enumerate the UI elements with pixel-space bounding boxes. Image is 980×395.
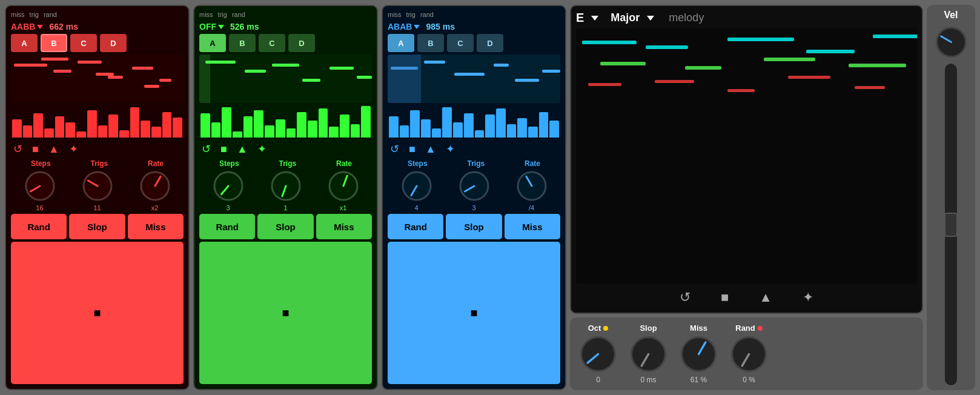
rate-val-green: x1: [340, 204, 347, 211]
pattern-name-blue: ABAB: [388, 22, 412, 32]
step-bars-red: [11, 105, 184, 139]
trig-label-red: trig: [30, 11, 39, 18]
step-bar: [173, 118, 182, 138]
rand-btn-blue[interactable]: Rand: [388, 214, 443, 239]
stop-row-red[interactable]: ■: [11, 242, 184, 384]
btn-a-red[interactable]: A: [11, 34, 38, 52]
btn-d-red[interactable]: D: [100, 34, 127, 52]
key-dropdown-arrow[interactable]: [591, 16, 598, 21]
btn-c-green[interactable]: C: [259, 34, 285, 52]
play-icon-red[interactable]: ▲: [48, 143, 59, 156]
steps-knob-green[interactable]: [213, 170, 244, 202]
trigs-knob-red[interactable]: [82, 170, 113, 202]
oct-label-text: Oct: [588, 324, 601, 333]
miss-btn-blue[interactable]: Miss: [505, 214, 560, 239]
rate-knob-green[interactable]: [328, 170, 359, 202]
vel-panel: Vel: [927, 5, 975, 390]
oct-val: 0: [596, 376, 600, 384]
miss-btn-green[interactable]: Miss: [316, 214, 372, 239]
pattern-dropdown-green[interactable]: [218, 25, 224, 29]
pattern-select-blue[interactable]: ABAB: [388, 22, 420, 32]
oct-label: Oct: [588, 324, 609, 333]
btn-b-green[interactable]: B: [229, 34, 256, 52]
main-container: miss trig rand AABB 662 ms A B C D: [0, 0, 980, 395]
scale-dropdown-arrow[interactable]: [647, 16, 654, 21]
pattern-select-red[interactable]: AABB: [11, 22, 43, 32]
trigs-knob-green[interactable]: [270, 170, 302, 202]
melody-stop-icon[interactable]: ■: [721, 290, 729, 305]
btn-d-green[interactable]: D: [288, 34, 315, 52]
slop-knob[interactable]: [629, 334, 668, 374]
slop-btn-red[interactable]: Slop: [69, 214, 125, 239]
melody-play-icon[interactable]: ▲: [759, 290, 772, 305]
vel-knob[interactable]: [935, 25, 968, 59]
slop-btn-green[interactable]: Slop: [257, 214, 313, 239]
icons-green: ↺ ■ ▲ ✦: [199, 141, 372, 157]
stop-icon-blue[interactable]: ■: [409, 143, 416, 156]
step-bar: [87, 110, 97, 138]
bottom-btns-green: Rand Slop Miss: [199, 214, 372, 239]
miss-label-blue: miss: [388, 11, 402, 18]
melody-random-icon[interactable]: ✦: [803, 290, 813, 305]
stop-row-blue[interactable]: ■: [388, 242, 560, 384]
melody-reset-icon[interactable]: ↺: [680, 290, 690, 305]
play-icon-blue[interactable]: ▲: [425, 143, 436, 156]
step-bars-green: [199, 105, 372, 139]
rand-btn-green[interactable]: Rand: [199, 214, 255, 239]
pattern-select-green[interactable]: OFF: [199, 22, 224, 32]
sequencer-panel-blue: miss trig rand ABAB 985 ms A B C D: [382, 5, 566, 390]
btn-a-green[interactable]: A: [199, 34, 226, 52]
melody-note: [655, 80, 694, 83]
random-icon-blue[interactable]: ✦: [446, 142, 455, 156]
vel-slider-track[interactable]: [945, 64, 957, 385]
miss-label-red: miss: [11, 11, 25, 18]
btn-b-blue[interactable]: B: [417, 34, 444, 52]
rand-knob[interactable]: [729, 334, 769, 374]
piano-roll-blue: [388, 55, 560, 103]
steps-val-red: 16: [36, 204, 43, 211]
melody-note: [588, 83, 621, 86]
btn-a-blue[interactable]: A: [388, 34, 414, 52]
btn-b-red[interactable]: B: [41, 34, 67, 52]
steps-knob-blue[interactable]: [401, 170, 432, 202]
stop-row-green[interactable]: ■: [199, 242, 372, 384]
rate-label-blue: Rate: [525, 159, 540, 168]
slop-knob-wrap: Slop 0 ms: [629, 324, 668, 384]
random-icon-green[interactable]: ✦: [257, 142, 267, 156]
vel-slider-thumb[interactable]: [944, 213, 958, 237]
oct-knob-wrap: Oct 0: [578, 324, 618, 384]
btn-c-red[interactable]: C: [70, 34, 97, 52]
pattern-dropdown-blue[interactable]: [414, 25, 420, 29]
play-icon-green[interactable]: ▲: [237, 143, 248, 156]
miss-btn-red[interactable]: Miss: [128, 214, 184, 239]
steps-label-blue: Steps: [408, 159, 428, 168]
rate-knob-blue[interactable]: [516, 170, 548, 202]
steps-knob-red[interactable]: [24, 170, 56, 202]
seq-time-red: 662 ms: [49, 22, 78, 32]
trigs-knob-wrap-blue: 3: [459, 170, 490, 211]
rand-label-red: rand: [44, 11, 57, 18]
piano-roll-green: [199, 55, 372, 103]
melody-note: [873, 35, 917, 38]
miss-knob[interactable]: [679, 334, 718, 374]
top-labels-green: miss trig rand: [199, 11, 372, 18]
stop-icon-green[interactable]: ■: [220, 143, 227, 156]
btn-c-blue[interactable]: C: [447, 34, 474, 52]
rate-knob-red[interactable]: [139, 170, 171, 202]
slop-btn-blue[interactable]: Slop: [446, 214, 502, 239]
reset-icon-blue[interactable]: ↺: [390, 142, 399, 156]
reset-icon-red[interactable]: ↺: [13, 142, 22, 156]
reset-icon-green[interactable]: ↺: [202, 142, 211, 156]
trigs-val-red: 11: [93, 204, 101, 211]
step-bar: [98, 125, 108, 138]
steps-knob-wrap-blue: 4: [401, 170, 432, 211]
trigs-knob-blue[interactable]: [459, 170, 490, 202]
btn-d-blue[interactable]: D: [477, 34, 503, 52]
rand-btn-red[interactable]: Rand: [11, 214, 67, 239]
oct-knob[interactable]: [578, 334, 618, 374]
pattern-dropdown-red[interactable]: [37, 25, 43, 29]
seq-header-blue: ABAB 985 ms: [388, 22, 560, 32]
melody-note: [849, 64, 906, 67]
stop-icon-red[interactable]: ■: [32, 143, 39, 156]
random-icon-red[interactable]: ✦: [69, 142, 78, 156]
